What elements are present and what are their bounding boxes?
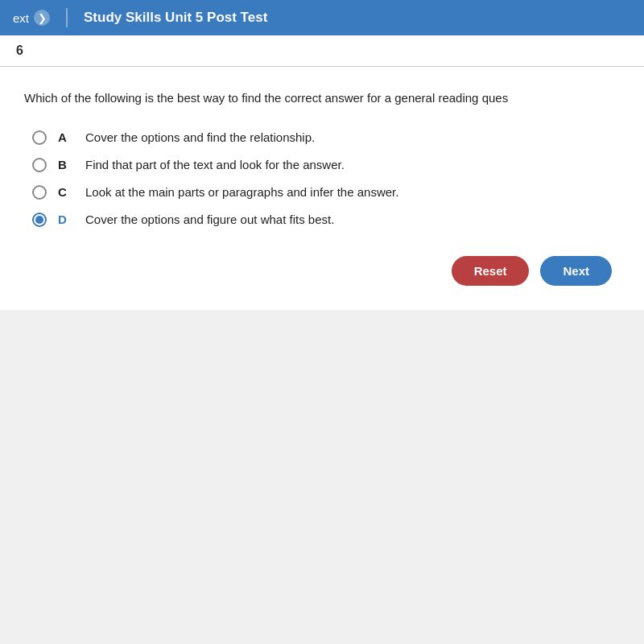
question-card: Which of the following is the best way t…	[0, 67, 644, 310]
content-area: 6 Which of the following is the best way…	[0, 35, 644, 644]
radio-b[interactable]	[32, 158, 47, 172]
question-number: 6	[16, 43, 23, 57]
top-bar: ext ❯ Study Skills Unit 5 Post Test	[0, 0, 644, 35]
question-text: Which of the following is the best way t…	[24, 89, 620, 108]
next-button[interactable]: Next	[540, 256, 612, 286]
page-title: Study Skills Unit 5 Post Test	[84, 10, 267, 26]
option-a-text: Cover the options and find the relations…	[85, 130, 315, 144]
chevron-right-icon: ❯	[38, 12, 47, 24]
option-c[interactable]: C Look at the main parts or paragraphs a…	[32, 185, 620, 200]
nav-circle-icon: ❯	[34, 10, 50, 26]
option-d-text: Cover the options and figure out what fi…	[85, 213, 334, 226]
nav-back[interactable]: ext ❯	[13, 10, 50, 26]
options-list: A Cover the options and find the relatio…	[32, 130, 620, 227]
radio-a[interactable]	[32, 130, 47, 145]
option-b-letter: B	[58, 158, 74, 171]
option-c-letter: C	[58, 185, 74, 199]
nav-text: ext	[13, 11, 29, 25]
radio-c[interactable]	[32, 185, 47, 200]
reset-button[interactable]: Reset	[452, 256, 530, 286]
option-a-letter: A	[58, 130, 74, 144]
option-a[interactable]: A Cover the options and find the relatio…	[32, 130, 620, 145]
option-d[interactable]: D Cover the options and figure out what …	[32, 213, 620, 227]
question-number-bar: 6	[0, 35, 644, 67]
radio-d-fill	[35, 216, 43, 224]
header-divider	[66, 8, 68, 27]
browser-window: ext ❯ Study Skills Unit 5 Post Test 6 Wh…	[0, 0, 644, 644]
option-d-letter: D	[58, 213, 74, 226]
radio-d[interactable]	[32, 213, 47, 227]
option-b[interactable]: B Find that part of the text and look fo…	[32, 158, 620, 172]
buttons-row: Reset Next	[24, 256, 620, 286]
option-c-text: Look at the main parts or paragraphs and…	[85, 185, 398, 199]
option-b-text: Find that part of the text and look for …	[85, 158, 345, 171]
